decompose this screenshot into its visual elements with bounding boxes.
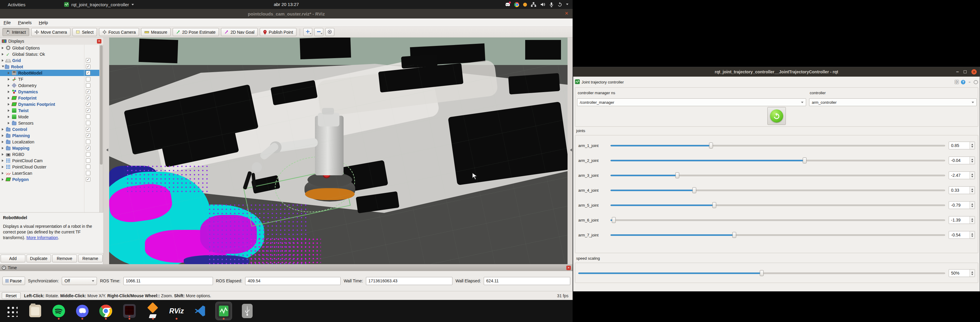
checkbox[interactable]: ✓ — [86, 127, 91, 132]
tree-item-pointcloud-ouster[interactable]: PointCloud Ouster — [0, 164, 100, 170]
select-tool[interactable]: Select — [72, 28, 97, 36]
arm-2-joint-spinbox[interactable]: -0.04 — [949, 157, 975, 164]
spin-up-icon[interactable] — [971, 217, 973, 220]
spinbox-arrows[interactable] — [970, 157, 975, 164]
network-icon[interactable] — [531, 2, 536, 7]
spinbox-arrows[interactable] — [970, 187, 975, 194]
checkbox[interactable] — [86, 152, 91, 157]
expand-arrow-icon[interactable] — [2, 178, 5, 181]
clock[interactable]: abr 20 13:27 — [0, 0, 573, 9]
usb-icon[interactable] — [239, 302, 255, 320]
spin-down-icon[interactable] — [971, 176, 973, 178]
expand-arrow-icon[interactable] — [2, 172, 5, 174]
spin-down-icon[interactable] — [971, 146, 973, 149]
tree-item-twist[interactable]: Twist✓ — [0, 107, 100, 114]
orbit-button[interactable] — [325, 28, 334, 36]
close-plugin-button[interactable] — [974, 80, 978, 84]
speed-scaling-spinbox[interactable]: 50% — [949, 269, 975, 277]
expand-arrow-icon[interactable] — [2, 66, 4, 68]
tree-item-dynamics[interactable]: Dynamics✓ — [0, 89, 100, 95]
checkbox[interactable] — [86, 158, 91, 163]
expand-arrow-icon[interactable] — [2, 128, 5, 131]
zoom-in-button[interactable] — [303, 28, 312, 36]
expand-arrow-icon[interactable] — [8, 122, 11, 124]
checkbox[interactable]: ✓ — [86, 58, 91, 63]
spin-up-icon[interactable] — [971, 158, 973, 160]
controller-select[interactable]: arm_controller — [809, 98, 977, 106]
2d-nav-goal-tool[interactable]: 2D Nav Goal — [221, 28, 258, 36]
tree-item-polygon[interactable]: Polygon✓ — [0, 176, 100, 182]
checkbox[interactable] — [86, 140, 91, 144]
tree-item-rgbd[interactable]: RGBD — [0, 151, 100, 157]
checkbox[interactable]: ✓ — [86, 64, 91, 69]
minimize-plugin-button[interactable]: − — [967, 80, 972, 84]
spotify-icon[interactable] — [51, 302, 67, 320]
3d-viewport[interactable] — [109, 38, 568, 264]
spin-down-icon[interactable] — [971, 236, 973, 238]
tree-item-localization[interactable]: Localization — [0, 139, 100, 145]
expand-arrow-icon[interactable] — [8, 116, 11, 118]
files-icon[interactable] — [27, 302, 43, 320]
controller-manager-ns-select[interactable]: /controller_manager — [577, 98, 806, 106]
checkbox[interactable] — [86, 171, 91, 175]
zoom-out-button[interactable] — [314, 28, 323, 36]
arm-1-joint-slider[interactable] — [611, 142, 945, 149]
rqt-icon[interactable] — [216, 302, 232, 320]
spin-down-icon[interactable] — [971, 274, 973, 276]
arm-4-joint-spinbox[interactable]: 0.33 — [949, 186, 975, 194]
rename-button[interactable]: Rename — [78, 255, 103, 262]
diamond-app-icon[interactable] — [145, 302, 161, 320]
tree-item-footprint[interactable]: Footprint✓ — [0, 95, 100, 101]
checkbox[interactable]: ✓ — [86, 146, 91, 150]
panel-collapse-right[interactable] — [568, 38, 573, 264]
speed-scaling-slider[interactable] — [578, 270, 945, 277]
spinbox-arrows[interactable] — [970, 172, 975, 179]
tree-item-robot[interactable]: Robot✓ — [0, 63, 100, 70]
scrollbar-thumb[interactable] — [100, 45, 103, 165]
expand-arrow-icon[interactable] — [8, 97, 11, 99]
slider-handle[interactable] — [732, 232, 737, 238]
slider-handle[interactable] — [709, 143, 713, 149]
tree-item-mapping[interactable]: Mapping✓ — [0, 145, 100, 151]
arm-3-joint-spinbox[interactable]: -2.47 — [949, 171, 975, 179]
expand-arrow-icon[interactable] — [8, 84, 11, 87]
notification-dot-icon[interactable] — [523, 3, 527, 6]
expand-arrow-icon[interactable] — [8, 90, 11, 93]
remove-button[interactable]: Remove — [52, 255, 77, 262]
ros-time-field[interactable]: 1066.11 — [124, 277, 213, 285]
tree-item-mode[interactable]: Mode — [0, 114, 100, 120]
expand-arrow-icon[interactable] — [2, 59, 5, 62]
arm-5-joint-spinbox[interactable]: -0.79 — [949, 201, 975, 209]
tree-item-pointcloud-cam[interactable]: PointCloud Cam — [0, 157, 100, 164]
ros-elapsed-field[interactable]: 409.54 — [245, 277, 340, 285]
checkbox[interactable] — [86, 165, 91, 169]
wall-time-field[interactable]: 1713616063.43 — [366, 277, 452, 285]
expand-arrow-icon[interactable] — [8, 109, 11, 112]
checkbox[interactable]: ✓ — [86, 102, 91, 106]
checkbox[interactable] — [86, 77, 91, 81]
slider-handle[interactable] — [612, 217, 616, 223]
vscode-icon[interactable] — [192, 302, 208, 320]
expand-arrow-icon[interactable] — [8, 78, 11, 81]
checkbox[interactable]: ✓ — [86, 71, 91, 75]
checkbox[interactable]: ✓ — [86, 177, 91, 182]
slider-handle[interactable] — [803, 157, 807, 163]
tree-item-laserscan[interactable]: LaserScan — [0, 170, 100, 176]
publish-point-tool[interactable]: Publish Point — [260, 28, 296, 36]
spin-down-icon[interactable] — [971, 191, 973, 193]
wall-elapsed-field[interactable]: 624.11 — [484, 277, 570, 285]
discord-icon[interactable] — [504, 2, 510, 7]
close-panel-icon[interactable]: ✕ — [97, 39, 102, 44]
rqt-titlebar[interactable]: rqt_joint_trajectory_controller__JointTr… — [573, 67, 980, 77]
reset-button[interactable]: Reset — [2, 292, 21, 299]
help-button[interactable]: ? — [961, 80, 966, 84]
measure-tool[interactable]: Measure — [141, 28, 170, 36]
close-icon[interactable]: ✕ — [971, 69, 977, 75]
tree-item-odometry[interactable]: Odometry — [0, 82, 100, 89]
chrome-icon[interactable] — [98, 302, 114, 320]
spinbox-arrows[interactable] — [970, 232, 975, 238]
arm-5-joint-slider[interactable] — [611, 201, 945, 209]
move-camera-tool[interactable]: Move Camera — [31, 28, 70, 36]
pause-button[interactable]: Pause — [2, 277, 25, 285]
tree-item-dynamic-footprint[interactable]: Dynamic Footprint✓ — [0, 101, 100, 107]
